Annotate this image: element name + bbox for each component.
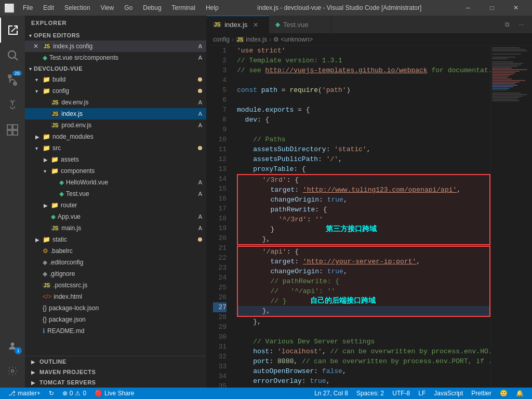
breadcrumb-config[interactable]: config <box>213 36 230 43</box>
search-activity-icon[interactable] <box>0 43 25 68</box>
tree-item-appvue[interactable]: ▶ ◆ App.vue A <box>25 211 206 222</box>
tree-item-config[interactable]: ▾ 📁 config <box>25 85 206 97</box>
open-editor-testvue[interactable]: ✕ ◆ Test.vue src/components A <box>25 52 206 63</box>
tree-item-assets[interactable]: ▶ 📁 assets <box>25 154 206 165</box>
indexjs-dirty: A <box>198 111 202 117</box>
feedback-status[interactable]: 🙂 <box>496 388 512 399</box>
menu-view[interactable]: View <box>96 3 118 12</box>
breadcrumb-indexjs[interactable]: JSindex.js <box>236 36 267 43</box>
window-title: index.js - devcloud-vue - Visual Studio … <box>223 4 456 11</box>
tab-testvue-name: Test.vue <box>283 21 308 29</box>
errors-warnings-status[interactable]: ⊗ 0 ⚠ 0 <box>58 388 90 399</box>
line-ending-status[interactable]: LF <box>414 388 430 399</box>
extensions-activity-icon[interactable] <box>0 117 25 142</box>
explorer-activity-icon[interactable] <box>0 18 25 43</box>
build-chevron-icon: ▾ <box>35 77 42 83</box>
menu-debug[interactable]: Debug <box>139 3 165 12</box>
code-line-28: }, <box>237 317 490 327</box>
git-branch-status[interactable]: ⎇ master+ <box>4 388 45 399</box>
menu-help[interactable]: Help <box>202 3 223 12</box>
menu-edit[interactable]: Edit <box>39 3 58 12</box>
maximize-button[interactable]: □ <box>480 0 504 16</box>
tree-item-babelrc[interactable]: ▶ ⚙ .babelrc <box>25 245 206 257</box>
tree-item-build[interactable]: ▾ 📁 build <box>25 74 206 85</box>
components-folder-icon: 📁 <box>51 167 59 175</box>
source-control-activity-icon[interactable]: 26 <box>0 68 25 92</box>
settings-activity-icon[interactable] <box>0 358 25 383</box>
breadcrumb-unknown[interactable]: ⚙ <unknown> <box>273 36 313 43</box>
tree-item-indexjs[interactable]: ▶ JS index.js A <box>25 108 206 119</box>
open-editor-indexjs[interactable]: ✕ JS index.js config A <box>25 41 206 52</box>
debug-activity-icon[interactable] <box>0 92 25 117</box>
code-line-32: port: 8080, // can be overwritten by pro… <box>237 356 490 366</box>
tab-bar: JS index.js ✕ ◆ Test.vue ⧉ ··· <box>207 16 532 34</box>
encoding-status[interactable]: UTF-8 <box>388 388 414 399</box>
svg-point-2 <box>12 102 13 103</box>
line-num-13: 13 <box>213 164 227 174</box>
code-line-3: // see http://vuejs-templates.github.io/… <box>237 65 490 75</box>
indentation-status[interactable]: Spaces: 2 <box>352 388 388 399</box>
components-label: components <box>61 167 202 175</box>
maven-projects-header[interactable]: ▶ MAVEN PROJECTS <box>25 367 206 377</box>
outline-header[interactable]: ▶ OUTLINE <box>25 356 206 367</box>
tree-item-mainjs[interactable]: ▶ JS main.js A <box>25 222 206 234</box>
tree-item-indexhtml[interactable]: ▶ </> index.html <box>25 291 206 302</box>
tree-item-testvue[interactable]: ▶ ◆ Test.vue A <box>25 188 206 200</box>
svg-point-8 <box>11 370 14 373</box>
static-chevron-icon: ▶ <box>35 237 42 243</box>
tab-indexjs[interactable]: JS index.js ✕ <box>207 16 269 33</box>
line-num-8: 8 <box>213 115 227 125</box>
tree-item-static[interactable]: ▶ 📁 static <box>25 234 206 245</box>
editorconfig-icon: ◆ <box>43 259 47 266</box>
menu-bar[interactable]: File Edit Selection View Go Debug Termin… <box>19 3 223 12</box>
indexjs-label: index.js <box>61 110 198 117</box>
tree-item-nodemodules[interactable]: ▶ 📁 node_modules <box>25 131 206 142</box>
tomcat-servers-header[interactable]: ▶ TOMCAT SERVERS <box>25 377 206 388</box>
code-line-10: // Paths <box>237 135 490 144</box>
cursor-position-status[interactable]: Ln 27, Col 8 <box>310 388 352 399</box>
live-share-status[interactable]: 🔴 Live Share <box>90 388 138 399</box>
code-line-16: changeOrigin: true, <box>238 195 489 205</box>
notification-bell[interactable]: 🔔 <box>512 388 528 399</box>
menu-selection[interactable]: Selection <box>60 3 94 12</box>
open-editors-header[interactable]: ▾ OPEN EDITORS <box>25 30 206 41</box>
gitignore-label: .gitignore <box>49 270 202 277</box>
accounts-activity-icon[interactable]: 1 <box>0 334 25 358</box>
close-button[interactable]: ✕ <box>504 0 528 16</box>
tree-item-packagelockjson[interactable]: ▶ {} package-lock.json <box>25 302 206 314</box>
tree-item-editorconfig[interactable]: ▶ ◆ .editorconfig <box>25 257 206 268</box>
devcloud-vue-header[interactable]: ▾ DEVCLOUD-VUE <box>25 63 206 74</box>
tree-item-router[interactable]: ▶ 📁 router <box>25 200 206 211</box>
split-editor-button[interactable]: ⧉ <box>501 18 513 31</box>
tree-item-packagejson[interactable]: ▶ {} package.json <box>25 314 206 325</box>
helloworldvue-label: HelloWorld.vue <box>66 179 198 186</box>
tree-item-src[interactable]: ▾ 📁 src <box>25 142 206 154</box>
menu-go[interactable]: Go <box>120 3 137 12</box>
tree-item-components[interactable]: ▾ 📁 components <box>25 165 206 177</box>
appvue-dirty: A <box>198 214 202 220</box>
tree-item-devenvjs[interactable]: ▶ JS dev.env.js A <box>25 97 206 108</box>
menu-file[interactable]: File <box>19 3 37 12</box>
packagelockjson-icon: {} <box>43 304 47 312</box>
language-mode-status[interactable]: JavaScript <box>430 388 467 399</box>
formatter-status[interactable]: Prettier <box>467 388 496 399</box>
sync-status[interactable]: ↻ <box>45 388 58 399</box>
window-controls[interactable]: ─ □ ✕ <box>456 0 528 16</box>
tree-item-prodenvjs[interactable]: ▶ JS prod.env.js A <box>25 119 206 131</box>
tab-indexjs-close[interactable]: ✕ <box>251 21 260 29</box>
tree-item-helloworldvue[interactable]: ▶ ◆ HelloWorld.vue A <box>25 177 206 188</box>
code-content[interactable]: 'use strict' // Template version: 1.3.1 … <box>233 46 490 388</box>
sidebar: EXPLORER ▾ OPEN EDITORS ✕ JS index.js co… <box>25 16 207 388</box>
tab-testvue[interactable]: ◆ Test.vue <box>269 16 331 33</box>
close-indexjs-icon[interactable]: ✕ <box>33 43 41 50</box>
more-actions-button[interactable]: ··· <box>515 18 528 31</box>
tree-item-postcssrc[interactable]: ▶ JS .postcssrc.js <box>25 280 206 291</box>
menu-terminal[interactable]: Terminal <box>168 3 200 12</box>
tree-item-gitignore[interactable]: ▶ ◆ .gitignore <box>25 268 206 280</box>
maven-chevron-icon: ▶ <box>31 369 35 375</box>
live-share-label: Live Share <box>104 390 134 397</box>
tree-item-readmemd[interactable]: ▶ ℹ README.md <box>25 325 206 337</box>
source-control-badge: 26 <box>12 71 22 76</box>
svg-line-1 <box>15 58 18 61</box>
minimize-button[interactable]: ─ <box>456 0 480 16</box>
